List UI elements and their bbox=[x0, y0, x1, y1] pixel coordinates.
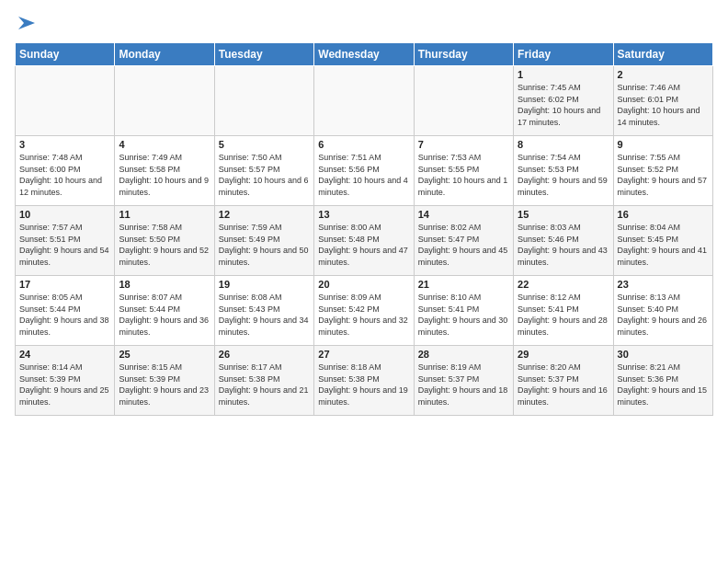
day-info: Sunrise: 7:45 AM Sunset: 6:02 PM Dayligh… bbox=[518, 82, 609, 128]
day-info: Sunrise: 8:10 AM Sunset: 5:41 PM Dayligh… bbox=[418, 292, 509, 338]
day-info: Sunrise: 7:51 AM Sunset: 5:56 PM Dayligh… bbox=[318, 152, 409, 198]
day-number: 6 bbox=[318, 139, 409, 150]
header bbox=[15, 9, 713, 37]
calendar-cell: 20Sunrise: 8:09 AM Sunset: 5:42 PM Dayli… bbox=[314, 276, 414, 346]
day-number: 12 bbox=[219, 209, 310, 220]
calendar-cell: 26Sunrise: 8:17 AM Sunset: 5:38 PM Dayli… bbox=[214, 346, 313, 416]
calendar-cell: 6Sunrise: 7:51 AM Sunset: 5:56 PM Daylig… bbox=[314, 136, 414, 206]
day-info: Sunrise: 8:08 AM Sunset: 5:43 PM Dayligh… bbox=[219, 292, 310, 338]
day-header-wednesday: Wednesday bbox=[314, 43, 414, 66]
day-number: 17 bbox=[19, 279, 110, 290]
day-number: 25 bbox=[119, 349, 210, 360]
day-number: 20 bbox=[318, 279, 409, 290]
day-number: 4 bbox=[119, 139, 210, 150]
day-info: Sunrise: 8:09 AM Sunset: 5:42 PM Dayligh… bbox=[318, 292, 409, 338]
day-info: Sunrise: 7:54 AM Sunset: 5:53 PM Dayligh… bbox=[518, 152, 609, 198]
day-number: 3 bbox=[19, 139, 110, 150]
day-info: Sunrise: 8:21 AM Sunset: 5:36 PM Dayligh… bbox=[618, 362, 709, 408]
day-number: 9 bbox=[618, 139, 709, 150]
week-row-3: 10Sunrise: 7:57 AM Sunset: 5:51 PM Dayli… bbox=[16, 206, 713, 276]
day-number: 18 bbox=[119, 279, 210, 290]
logo-arrow-icon bbox=[17, 13, 37, 33]
day-number: 7 bbox=[418, 139, 509, 150]
svg-marker-0 bbox=[18, 17, 35, 29]
calendar-cell: 27Sunrise: 8:18 AM Sunset: 5:38 PM Dayli… bbox=[314, 346, 414, 416]
day-number: 10 bbox=[19, 209, 110, 220]
logo bbox=[15, 13, 37, 37]
calendar-cell bbox=[115, 66, 214, 136]
day-number: 13 bbox=[318, 209, 409, 220]
calendar-cell: 15Sunrise: 8:03 AM Sunset: 5:46 PM Dayli… bbox=[514, 206, 613, 276]
calendar-cell: 22Sunrise: 8:12 AM Sunset: 5:41 PM Dayli… bbox=[514, 276, 613, 346]
calendar-cell: 11Sunrise: 7:58 AM Sunset: 5:50 PM Dayli… bbox=[115, 206, 214, 276]
day-header-tuesday: Tuesday bbox=[214, 43, 313, 66]
day-number: 2 bbox=[618, 69, 709, 80]
calendar-cell bbox=[414, 66, 513, 136]
day-info: Sunrise: 7:48 AM Sunset: 6:00 PM Dayligh… bbox=[19, 152, 110, 198]
day-info: Sunrise: 8:13 AM Sunset: 5:40 PM Dayligh… bbox=[618, 292, 709, 338]
calendar-cell: 18Sunrise: 8:07 AM Sunset: 5:44 PM Dayli… bbox=[115, 276, 214, 346]
day-number: 21 bbox=[418, 279, 509, 290]
calendar-cell: 1Sunrise: 7:45 AM Sunset: 6:02 PM Daylig… bbox=[514, 66, 613, 136]
calendar-cell: 8Sunrise: 7:54 AM Sunset: 5:53 PM Daylig… bbox=[514, 136, 613, 206]
day-info: Sunrise: 7:50 AM Sunset: 5:57 PM Dayligh… bbox=[219, 152, 310, 198]
day-number: 16 bbox=[618, 209, 709, 220]
day-number: 27 bbox=[318, 349, 409, 360]
day-number: 22 bbox=[518, 279, 609, 290]
day-header-sunday: Sunday bbox=[16, 43, 115, 66]
logo-text-block bbox=[15, 13, 37, 37]
calendar-cell: 21Sunrise: 8:10 AM Sunset: 5:41 PM Dayli… bbox=[414, 276, 513, 346]
day-number: 8 bbox=[518, 139, 609, 150]
calendar-cell bbox=[16, 66, 115, 136]
day-header-thursday: Thursday bbox=[414, 43, 513, 66]
day-number: 24 bbox=[19, 349, 110, 360]
day-info: Sunrise: 8:00 AM Sunset: 5:48 PM Dayligh… bbox=[318, 222, 409, 268]
day-number: 23 bbox=[618, 279, 709, 290]
day-info: Sunrise: 7:55 AM Sunset: 5:52 PM Dayligh… bbox=[618, 152, 709, 198]
day-number: 11 bbox=[119, 209, 210, 220]
day-info: Sunrise: 8:20 AM Sunset: 5:37 PM Dayligh… bbox=[518, 362, 609, 408]
calendar-cell: 4Sunrise: 7:49 AM Sunset: 5:58 PM Daylig… bbox=[115, 136, 214, 206]
day-number: 26 bbox=[219, 349, 310, 360]
day-info: Sunrise: 8:03 AM Sunset: 5:46 PM Dayligh… bbox=[518, 222, 609, 268]
calendar-cell: 17Sunrise: 8:05 AM Sunset: 5:44 PM Dayli… bbox=[16, 276, 115, 346]
day-info: Sunrise: 7:57 AM Sunset: 5:51 PM Dayligh… bbox=[19, 222, 110, 268]
calendar-cell: 23Sunrise: 8:13 AM Sunset: 5:40 PM Dayli… bbox=[613, 276, 712, 346]
day-number: 19 bbox=[219, 279, 310, 290]
day-info: Sunrise: 8:15 AM Sunset: 5:39 PM Dayligh… bbox=[119, 362, 210, 408]
day-info: Sunrise: 8:07 AM Sunset: 5:44 PM Dayligh… bbox=[119, 292, 210, 338]
day-info: Sunrise: 8:04 AM Sunset: 5:45 PM Dayligh… bbox=[618, 222, 709, 268]
calendar-table: SundayMondayTuesdayWednesdayThursdayFrid… bbox=[15, 42, 713, 416]
day-number: 14 bbox=[418, 209, 509, 220]
calendar-cell: 19Sunrise: 8:08 AM Sunset: 5:43 PM Dayli… bbox=[214, 276, 313, 346]
logo-general-line bbox=[15, 13, 37, 37]
day-info: Sunrise: 8:02 AM Sunset: 5:47 PM Dayligh… bbox=[418, 222, 509, 268]
calendar-cell: 24Sunrise: 8:14 AM Sunset: 5:39 PM Dayli… bbox=[16, 346, 115, 416]
day-info: Sunrise: 8:19 AM Sunset: 5:37 PM Dayligh… bbox=[418, 362, 509, 408]
week-row-5: 24Sunrise: 8:14 AM Sunset: 5:39 PM Dayli… bbox=[16, 346, 713, 416]
day-number: 5 bbox=[219, 139, 310, 150]
day-info: Sunrise: 8:17 AM Sunset: 5:38 PM Dayligh… bbox=[219, 362, 310, 408]
calendar-header-row: SundayMondayTuesdayWednesdayThursdayFrid… bbox=[16, 43, 713, 66]
calendar-cell bbox=[214, 66, 313, 136]
main-container: SundayMondayTuesdayWednesdayThursdayFrid… bbox=[0, 0, 728, 423]
day-info: Sunrise: 7:46 AM Sunset: 6:01 PM Dayligh… bbox=[618, 82, 709, 128]
day-info: Sunrise: 8:18 AM Sunset: 5:38 PM Dayligh… bbox=[318, 362, 409, 408]
day-info: Sunrise: 7:53 AM Sunset: 5:55 PM Dayligh… bbox=[418, 152, 509, 198]
day-number: 29 bbox=[518, 349, 609, 360]
week-row-1: 1Sunrise: 7:45 AM Sunset: 6:02 PM Daylig… bbox=[16, 66, 713, 136]
calendar-cell: 9Sunrise: 7:55 AM Sunset: 5:52 PM Daylig… bbox=[613, 136, 712, 206]
calendar-cell: 7Sunrise: 7:53 AM Sunset: 5:55 PM Daylig… bbox=[414, 136, 513, 206]
calendar-cell: 14Sunrise: 8:02 AM Sunset: 5:47 PM Dayli… bbox=[414, 206, 513, 276]
calendar-cell: 10Sunrise: 7:57 AM Sunset: 5:51 PM Dayli… bbox=[16, 206, 115, 276]
day-info: Sunrise: 8:12 AM Sunset: 5:41 PM Dayligh… bbox=[518, 292, 609, 338]
calendar-cell: 28Sunrise: 8:19 AM Sunset: 5:37 PM Dayli… bbox=[414, 346, 513, 416]
calendar-cell: 25Sunrise: 8:15 AM Sunset: 5:39 PM Dayli… bbox=[115, 346, 214, 416]
day-info: Sunrise: 8:14 AM Sunset: 5:39 PM Dayligh… bbox=[19, 362, 110, 408]
day-number: 1 bbox=[518, 69, 609, 80]
calendar-cell: 13Sunrise: 8:00 AM Sunset: 5:48 PM Dayli… bbox=[314, 206, 414, 276]
calendar-cell: 30Sunrise: 8:21 AM Sunset: 5:36 PM Dayli… bbox=[613, 346, 712, 416]
day-number: 15 bbox=[518, 209, 609, 220]
week-row-2: 3Sunrise: 7:48 AM Sunset: 6:00 PM Daylig… bbox=[16, 136, 713, 206]
day-header-monday: Monday bbox=[115, 43, 214, 66]
